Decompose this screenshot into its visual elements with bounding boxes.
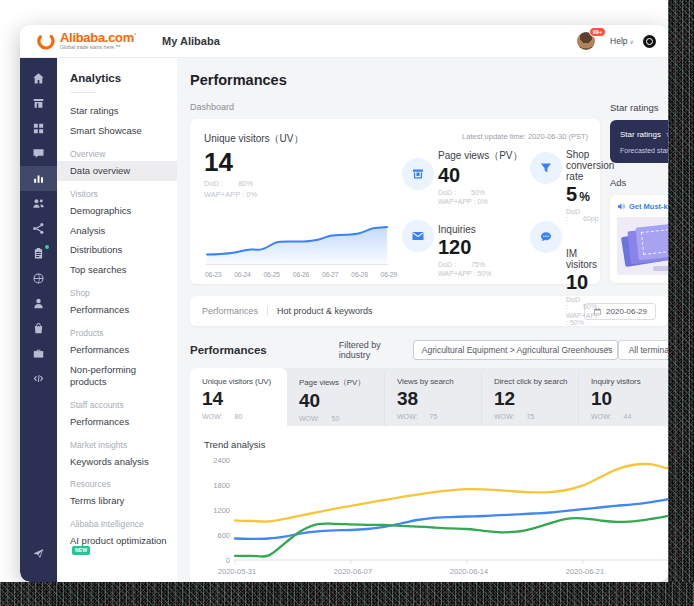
trend-title: Trend analysis — [204, 439, 668, 450]
breadcrumb-separator — [267, 306, 268, 316]
rail-home-icon[interactable] — [20, 66, 57, 91]
svg-text:600: 600 — [217, 531, 230, 540]
metric-tabs: Unique visitors (UV) 14 WOW:80 Page view… — [190, 368, 668, 426]
rail-messages-icon[interactable] — [20, 141, 57, 166]
trend-series-yellow — [235, 464, 668, 522]
sidebar-item-top-searches[interactable]: Top searches — [57, 260, 177, 280]
icon-rail — [20, 58, 57, 582]
sidebar-section-market-insights: Market insights — [57, 432, 177, 452]
sidebar-item-smart-showcase[interactable]: Smart Showcase — [57, 121, 177, 141]
main-content: Performances Dashboard Latest update tim… — [177, 58, 668, 582]
terminal-select[interactable]: All terminals — [618, 340, 668, 360]
pv-wap: WAP+APP : 0% — [438, 198, 526, 205]
rail-send-icon[interactable] — [20, 541, 57, 566]
sidebar-item-distributions[interactable]: Distributions — [57, 240, 177, 260]
im-label: IM visitors — [566, 248, 588, 270]
rail-account-icon[interactable] — [20, 291, 57, 316]
rail-tasks-icon[interactable] — [20, 241, 57, 266]
conversion-dod: DoD :60pp — [566, 208, 588, 222]
rail-briefcase-icon[interactable] — [20, 341, 57, 366]
uv-x-label: 06-25 — [264, 271, 280, 278]
star-ratings-heading: Star ratings — [610, 102, 668, 113]
industry-value: Agricultural Equipment > Agricultural Gr… — [422, 345, 613, 355]
star-ratings-card[interactable]: Star ratings★ Forecasted star ra — [610, 120, 668, 163]
svg-text:2400: 2400 — [213, 456, 230, 465]
tab-page-views[interactable]: Page views（PV） 40 WOW:50 — [287, 368, 384, 426]
sidebar-item-terms-library[interactable]: Terms library — [57, 491, 177, 511]
dashboard-card: Latest update time: 2020-06-30 (PST) Uni… — [190, 119, 600, 284]
sidebar-item-analysis[interactable]: Analysis — [57, 221, 177, 241]
filter-label: Filtered by industry — [339, 340, 403, 360]
rail-shop-icon[interactable] — [20, 316, 57, 341]
alibaba-logo[interactable]: Alibaba.com° Global trade starts here.™ — [36, 31, 136, 51]
trend-svg: 06001200180024002020-05-312020-06-072020… — [204, 454, 668, 582]
ads-link[interactable]: Get Must-know In — [617, 202, 668, 211]
uv-value: 14 — [204, 148, 398, 177]
uv-x-label: 06-24 — [234, 271, 250, 278]
svg-text:2020-06-07: 2020-06-07 — [334, 567, 372, 576]
trend-card: Trend analysis 06001200180024002020-05-3… — [190, 426, 668, 582]
tab-unique-visitors[interactable]: Unique visitors (UV) 14 WOW:80 — [190, 368, 287, 426]
pv-dod: DoD :50% — [438, 189, 526, 196]
sidebar-section-visitors: Visitors — [57, 181, 177, 201]
brand-tagline: Global trade starts here.™ — [60, 45, 136, 50]
nav-title[interactable]: My Alibaba — [162, 35, 220, 47]
brand-name: Alibaba.com — [60, 30, 134, 45]
sidebar-item-keywords-analysis[interactable]: Keywords analysis — [57, 452, 177, 472]
notification-badge: 99+ — [589, 27, 606, 37]
rail-code-icon[interactable] — [20, 366, 57, 391]
tab-views-by-search[interactable]: Views by search 38 WOW:75 — [384, 368, 481, 426]
rail-network-icon[interactable] — [20, 216, 57, 241]
sidebar-section-overview: Overview — [57, 141, 177, 161]
help-menu[interactable]: Help ∨ — [610, 36, 634, 46]
forecasted-star-text: Forecasted star ra — [620, 147, 668, 154]
breadcrumb-hot-product[interactable]: Hot product & keywords — [277, 306, 373, 316]
storefront-metric-icon — [402, 158, 434, 190]
edge-noise-right — [668, 0, 694, 606]
terminal-value: All terminals — [629, 345, 668, 355]
uv-x-labels: 06-2306-2406-2506-2606-2706-2806-29 — [204, 271, 398, 278]
breadcrumb: Performances Hot product & keywords 2020… — [190, 296, 668, 326]
rail-storefront-icon[interactable] — [20, 91, 57, 116]
uv-label: Unique visitors（UV） — [204, 132, 398, 146]
section-title: Performances — [190, 344, 267, 356]
page-title: Performances — [190, 72, 668, 88]
sidebar-section-shop: Shop — [57, 280, 177, 300]
date-value: 2020-06-29 — [606, 307, 647, 316]
uv-mini-chart — [204, 200, 390, 266]
chevron-down-icon: ∨ — [605, 345, 610, 353]
ads-illustration — [617, 217, 668, 275]
sidebar-title: Analytics — [57, 70, 177, 91]
sidebar-section-resources: Resources — [57, 471, 177, 491]
conversion-label: Shop conversion rate — [566, 149, 588, 182]
tab-inquiry-visitors[interactable]: Inquiry visitors 10 WOW:44 — [578, 368, 668, 426]
industry-select[interactable]: Agricultural Equipment > Agricultural Gr… — [413, 340, 618, 360]
app-window: Alibaba.com° Global trade starts here.™ … — [20, 25, 668, 582]
avatar[interactable]: 99+ — [577, 32, 595, 50]
sidebar-item-products-performances[interactable]: Performances — [57, 340, 177, 360]
sidebar-item-star-ratings[interactable]: Star ratings — [57, 101, 177, 121]
sidebar-item-demographics[interactable]: Demographics — [57, 201, 177, 221]
sidebar-item-data-overview[interactable]: Data overview — [57, 161, 177, 181]
filter-row: Performances Filtered by industry Agricu… — [190, 340, 668, 360]
svg-text:2020-06-21: 2020-06-21 — [566, 567, 604, 576]
inquiries-dod: DoD :75% — [438, 261, 526, 268]
rail-apps-icon[interactable] — [20, 116, 57, 141]
rail-contacts-icon[interactable] — [20, 191, 57, 216]
sidebar-item-staff-performances[interactable]: Performances — [57, 412, 177, 432]
dashboard-heading: Dashboard — [190, 102, 600, 112]
ads-card[interactable]: Get Must-know In — [610, 195, 668, 283]
sidebar-item-shop-performances[interactable]: Performances — [57, 300, 177, 320]
tab-direct-click[interactable]: Direct click by search 12 WOW:75 — [481, 368, 578, 426]
im-metric: IM visitors 10 DoD :50% WAP+APP : 50% — [566, 248, 588, 326]
chevron-down-icon: ∨ — [630, 38, 634, 45]
breadcrumb-performances[interactable]: Performances — [202, 306, 258, 316]
svg-text:2020-06-14: 2020-06-14 — [450, 567, 488, 576]
pv-value: 40 — [438, 164, 526, 187]
sidebar-item-ai-product-optimization[interactable]: AI product optimizationNEW — [57, 531, 177, 563]
rail-globe-icon[interactable] — [20, 266, 57, 291]
sidebar-item-non-performing-products[interactable]: Non-performing products — [57, 360, 177, 392]
record-icon[interactable] — [643, 35, 656, 48]
topbar: Alibaba.com° Global trade starts here.™ … — [20, 25, 668, 58]
rail-analytics-icon[interactable] — [20, 166, 57, 191]
